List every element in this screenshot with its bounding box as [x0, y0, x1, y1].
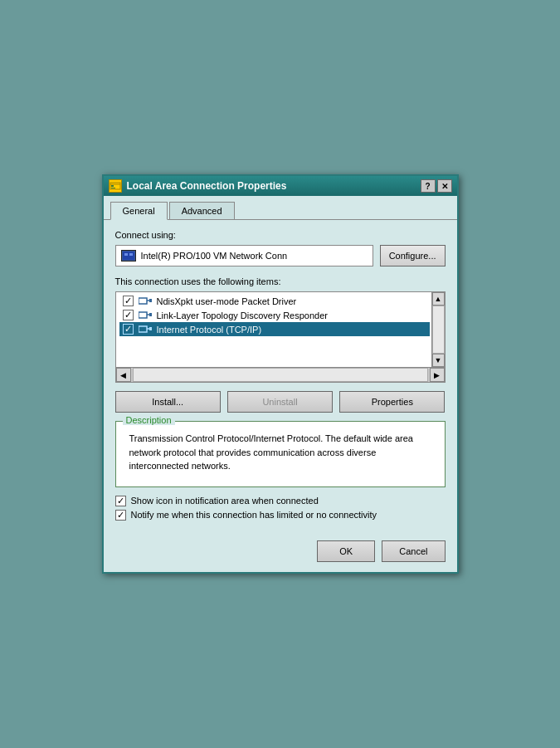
- item-checkbox-1[interactable]: ✓: [123, 296, 134, 306]
- dialog-buttons: OK Cancel: [104, 534, 457, 572]
- svg-rect-13: [139, 326, 147, 332]
- adapter-name: Intel(R) PRO/100 VM Network Conn: [141, 251, 288, 261]
- tab-advanced[interactable]: Advanced: [169, 202, 235, 220]
- description-text: Transmission Control Protocol/Internet P…: [123, 428, 438, 480]
- items-list-container: ✓ NdisXpkt user-mode Packet Driver ✓: [115, 291, 446, 383]
- properties-button[interactable]: Properties: [339, 391, 445, 413]
- item-label-3: Internet Protocol (TCP/IP): [157, 325, 262, 335]
- adapter-box: Intel(R) PRO/100 VM Network Conn: [115, 245, 373, 266]
- notify-label: Notify me when this connection has limit…: [131, 510, 377, 520]
- dialog-window: Local Area Connection Properties ? ✕ Gen…: [102, 174, 459, 574]
- item-checkbox-3[interactable]: ✓: [123, 324, 134, 335]
- show-icon-row: ✓ Show icon in notification area when co…: [115, 496, 446, 506]
- connect-using-label: Connect using:: [115, 230, 446, 240]
- help-button[interactable]: ?: [421, 179, 436, 193]
- tab-content-general: Connect using: Intel(R) PRO/100 VM Netwo…: [104, 220, 457, 534]
- svg-rect-7: [139, 298, 147, 304]
- items-list: ✓ NdisXpkt user-mode Packet Driver ✓: [116, 292, 445, 367]
- net-icon-1: [139, 296, 152, 306]
- svg-rect-5: [124, 253, 128, 256]
- scroll-up-arrow[interactable]: ▲: [432, 292, 445, 306]
- tab-general[interactable]: General: [110, 202, 168, 220]
- window-title: Local Area Connection Properties: [127, 180, 287, 192]
- item-label-2: Link-Layer Topology Discovery Responder: [157, 310, 328, 320]
- adapter-icon: [121, 250, 136, 262]
- list-item-selected[interactable]: ✓ Internet Protocol (TCP/IP): [119, 322, 430, 336]
- net-icon-2: [139, 310, 152, 320]
- svg-rect-2: [111, 185, 114, 187]
- list-item[interactable]: ✓ Link-Layer Topology Discovery Responde…: [119, 308, 430, 322]
- description-group: Description Transmission Control Protoco…: [115, 421, 446, 487]
- svg-rect-10: [139, 312, 147, 318]
- scroll-track-v[interactable]: [432, 306, 445, 354]
- notify-checkbox[interactable]: ✓: [115, 510, 126, 521]
- show-icon-checkbox[interactable]: ✓: [115, 496, 126, 506]
- svg-rect-15: [149, 327, 152, 330]
- list-item[interactable]: ✓ NdisXpkt user-mode Packet Driver: [119, 294, 430, 308]
- show-icon-label: Show icon in notification area when conn…: [131, 496, 319, 506]
- tab-bar: General Advanced: [104, 196, 457, 220]
- scroll-left-arrow[interactable]: ◀: [116, 368, 131, 382]
- item-checkbox-2[interactable]: ✓: [123, 310, 134, 320]
- title-bar: Local Area Connection Properties ? ✕: [104, 176, 457, 196]
- svg-rect-3: [111, 188, 115, 188]
- action-buttons: Install... Uninstall Properties: [115, 391, 446, 413]
- vertical-scrollbar[interactable]: ▲ ▼: [431, 292, 445, 367]
- uninstall-button[interactable]: Uninstall: [227, 391, 333, 413]
- items-label: This connection uses the following items…: [115, 276, 446, 286]
- window-icon: [109, 179, 122, 193]
- scroll-down-arrow[interactable]: ▼: [432, 354, 445, 367]
- scroll-track-h[interactable]: [133, 368, 428, 382]
- horizontal-scrollbar[interactable]: ◀ ▶: [116, 367, 445, 382]
- install-button[interactable]: Install...: [115, 391, 221, 413]
- items-section: This connection uses the following items…: [115, 276, 446, 383]
- configure-button[interactable]: Configure...: [380, 245, 446, 266]
- title-bar-buttons: ? ✕: [421, 179, 452, 193]
- close-button[interactable]: ✕: [437, 179, 452, 193]
- net-icon-3: [139, 324, 152, 335]
- svg-rect-12: [149, 313, 152, 316]
- connect-using-row: Intel(R) PRO/100 VM Network Conn Configu…: [115, 245, 446, 266]
- notify-row: ✓ Notify me when this connection has lim…: [115, 510, 446, 521]
- description-title: Description: [123, 415, 175, 425]
- svg-rect-6: [129, 253, 133, 256]
- scroll-right-arrow[interactable]: ▶: [430, 368, 445, 382]
- title-bar-left: Local Area Connection Properties: [109, 179, 287, 193]
- svg-rect-9: [149, 299, 152, 302]
- ok-button[interactable]: OK: [317, 540, 375, 562]
- cancel-button[interactable]: Cancel: [382, 540, 445, 562]
- item-label-1: NdisXpkt user-mode Packet Driver: [157, 296, 297, 306]
